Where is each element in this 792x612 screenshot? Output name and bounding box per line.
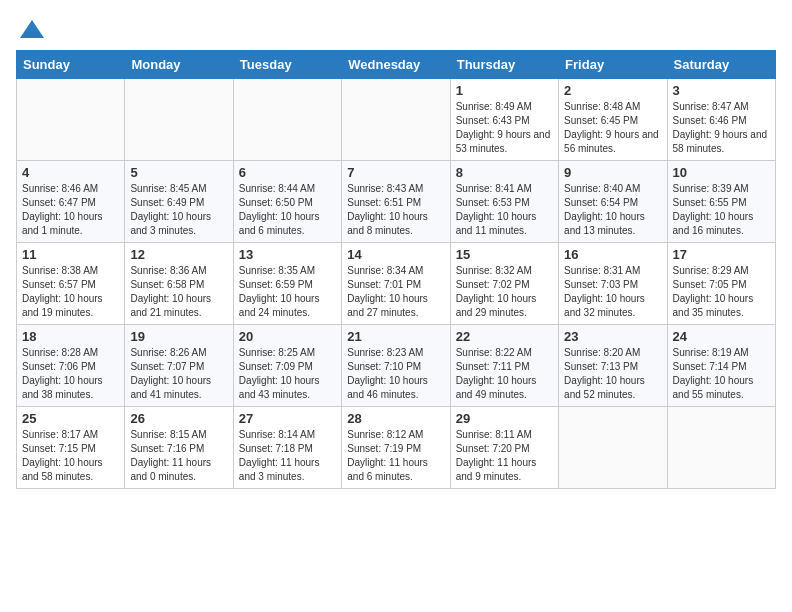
day-info: Sunrise: 8:12 AM Sunset: 7:19 PM Dayligh… <box>347 428 444 484</box>
day-info: Sunrise: 8:19 AM Sunset: 7:14 PM Dayligh… <box>673 346 770 402</box>
day-cell: 7Sunrise: 8:43 AM Sunset: 6:51 PM Daylig… <box>342 161 450 243</box>
day-cell: 20Sunrise: 8:25 AM Sunset: 7:09 PM Dayli… <box>233 325 341 407</box>
day-number: 25 <box>22 411 119 426</box>
day-info: Sunrise: 8:14 AM Sunset: 7:18 PM Dayligh… <box>239 428 336 484</box>
day-info: Sunrise: 8:44 AM Sunset: 6:50 PM Dayligh… <box>239 182 336 238</box>
day-info: Sunrise: 8:20 AM Sunset: 7:13 PM Dayligh… <box>564 346 661 402</box>
weekday-header-tuesday: Tuesday <box>233 51 341 79</box>
day-info: Sunrise: 8:29 AM Sunset: 7:05 PM Dayligh… <box>673 264 770 320</box>
day-info: Sunrise: 8:23 AM Sunset: 7:10 PM Dayligh… <box>347 346 444 402</box>
day-number: 4 <box>22 165 119 180</box>
logo-icon <box>18 16 46 44</box>
day-info: Sunrise: 8:38 AM Sunset: 6:57 PM Dayligh… <box>22 264 119 320</box>
weekday-header-wednesday: Wednesday <box>342 51 450 79</box>
header <box>16 16 776 40</box>
day-info: Sunrise: 8:39 AM Sunset: 6:55 PM Dayligh… <box>673 182 770 238</box>
day-info: Sunrise: 8:15 AM Sunset: 7:16 PM Dayligh… <box>130 428 227 484</box>
day-number: 26 <box>130 411 227 426</box>
day-cell <box>233 79 341 161</box>
weekday-header-monday: Monday <box>125 51 233 79</box>
day-cell: 5Sunrise: 8:45 AM Sunset: 6:49 PM Daylig… <box>125 161 233 243</box>
day-cell: 23Sunrise: 8:20 AM Sunset: 7:13 PM Dayli… <box>559 325 667 407</box>
day-number: 11 <box>22 247 119 262</box>
weekday-header-sunday: Sunday <box>17 51 125 79</box>
day-cell: 28Sunrise: 8:12 AM Sunset: 7:19 PM Dayli… <box>342 407 450 489</box>
day-info: Sunrise: 8:43 AM Sunset: 6:51 PM Dayligh… <box>347 182 444 238</box>
day-number: 27 <box>239 411 336 426</box>
day-info: Sunrise: 8:47 AM Sunset: 6:46 PM Dayligh… <box>673 100 770 156</box>
day-info: Sunrise: 8:49 AM Sunset: 6:43 PM Dayligh… <box>456 100 553 156</box>
day-cell: 6Sunrise: 8:44 AM Sunset: 6:50 PM Daylig… <box>233 161 341 243</box>
day-cell: 26Sunrise: 8:15 AM Sunset: 7:16 PM Dayli… <box>125 407 233 489</box>
logo <box>16 16 46 40</box>
day-cell <box>125 79 233 161</box>
day-cell: 24Sunrise: 8:19 AM Sunset: 7:14 PM Dayli… <box>667 325 775 407</box>
weekday-header-saturday: Saturday <box>667 51 775 79</box>
day-cell: 11Sunrise: 8:38 AM Sunset: 6:57 PM Dayli… <box>17 243 125 325</box>
day-number: 23 <box>564 329 661 344</box>
day-cell: 12Sunrise: 8:36 AM Sunset: 6:58 PM Dayli… <box>125 243 233 325</box>
day-info: Sunrise: 8:32 AM Sunset: 7:02 PM Dayligh… <box>456 264 553 320</box>
day-info: Sunrise: 8:48 AM Sunset: 6:45 PM Dayligh… <box>564 100 661 156</box>
day-number: 8 <box>456 165 553 180</box>
page: SundayMondayTuesdayWednesdayThursdayFrid… <box>0 0 792 497</box>
day-cell: 8Sunrise: 8:41 AM Sunset: 6:53 PM Daylig… <box>450 161 558 243</box>
day-info: Sunrise: 8:17 AM Sunset: 7:15 PM Dayligh… <box>22 428 119 484</box>
day-cell <box>342 79 450 161</box>
day-number: 2 <box>564 83 661 98</box>
day-info: Sunrise: 8:45 AM Sunset: 6:49 PM Dayligh… <box>130 182 227 238</box>
week-row-5: 25Sunrise: 8:17 AM Sunset: 7:15 PM Dayli… <box>17 407 776 489</box>
day-cell: 17Sunrise: 8:29 AM Sunset: 7:05 PM Dayli… <box>667 243 775 325</box>
day-number: 10 <box>673 165 770 180</box>
day-info: Sunrise: 8:22 AM Sunset: 7:11 PM Dayligh… <box>456 346 553 402</box>
week-row-2: 4Sunrise: 8:46 AM Sunset: 6:47 PM Daylig… <box>17 161 776 243</box>
day-cell: 9Sunrise: 8:40 AM Sunset: 6:54 PM Daylig… <box>559 161 667 243</box>
day-number: 18 <box>22 329 119 344</box>
day-number: 1 <box>456 83 553 98</box>
day-number: 9 <box>564 165 661 180</box>
weekday-header-thursday: Thursday <box>450 51 558 79</box>
day-info: Sunrise: 8:41 AM Sunset: 6:53 PM Dayligh… <box>456 182 553 238</box>
day-info: Sunrise: 8:34 AM Sunset: 7:01 PM Dayligh… <box>347 264 444 320</box>
day-number: 20 <box>239 329 336 344</box>
day-number: 22 <box>456 329 553 344</box>
day-number: 19 <box>130 329 227 344</box>
svg-marker-0 <box>20 20 44 38</box>
day-info: Sunrise: 8:31 AM Sunset: 7:03 PM Dayligh… <box>564 264 661 320</box>
day-number: 13 <box>239 247 336 262</box>
day-info: Sunrise: 8:46 AM Sunset: 6:47 PM Dayligh… <box>22 182 119 238</box>
day-number: 21 <box>347 329 444 344</box>
week-row-4: 18Sunrise: 8:28 AM Sunset: 7:06 PM Dayli… <box>17 325 776 407</box>
day-info: Sunrise: 8:26 AM Sunset: 7:07 PM Dayligh… <box>130 346 227 402</box>
day-number: 6 <box>239 165 336 180</box>
day-number: 17 <box>673 247 770 262</box>
day-info: Sunrise: 8:35 AM Sunset: 6:59 PM Dayligh… <box>239 264 336 320</box>
day-cell: 13Sunrise: 8:35 AM Sunset: 6:59 PM Dayli… <box>233 243 341 325</box>
calendar-table: SundayMondayTuesdayWednesdayThursdayFrid… <box>16 50 776 489</box>
day-info: Sunrise: 8:25 AM Sunset: 7:09 PM Dayligh… <box>239 346 336 402</box>
day-info: Sunrise: 8:11 AM Sunset: 7:20 PM Dayligh… <box>456 428 553 484</box>
day-info: Sunrise: 8:28 AM Sunset: 7:06 PM Dayligh… <box>22 346 119 402</box>
day-cell: 16Sunrise: 8:31 AM Sunset: 7:03 PM Dayli… <box>559 243 667 325</box>
day-cell: 22Sunrise: 8:22 AM Sunset: 7:11 PM Dayli… <box>450 325 558 407</box>
day-number: 14 <box>347 247 444 262</box>
day-cell: 15Sunrise: 8:32 AM Sunset: 7:02 PM Dayli… <box>450 243 558 325</box>
day-cell: 10Sunrise: 8:39 AM Sunset: 6:55 PM Dayli… <box>667 161 775 243</box>
day-cell: 1Sunrise: 8:49 AM Sunset: 6:43 PM Daylig… <box>450 79 558 161</box>
weekday-header-friday: Friday <box>559 51 667 79</box>
day-cell <box>17 79 125 161</box>
day-cell: 29Sunrise: 8:11 AM Sunset: 7:20 PM Dayli… <box>450 407 558 489</box>
day-cell: 19Sunrise: 8:26 AM Sunset: 7:07 PM Dayli… <box>125 325 233 407</box>
day-number: 12 <box>130 247 227 262</box>
day-cell: 14Sunrise: 8:34 AM Sunset: 7:01 PM Dayli… <box>342 243 450 325</box>
week-row-1: 1Sunrise: 8:49 AM Sunset: 6:43 PM Daylig… <box>17 79 776 161</box>
day-cell: 21Sunrise: 8:23 AM Sunset: 7:10 PM Dayli… <box>342 325 450 407</box>
day-info: Sunrise: 8:36 AM Sunset: 6:58 PM Dayligh… <box>130 264 227 320</box>
day-number: 29 <box>456 411 553 426</box>
day-cell: 18Sunrise: 8:28 AM Sunset: 7:06 PM Dayli… <box>17 325 125 407</box>
day-number: 28 <box>347 411 444 426</box>
day-number: 16 <box>564 247 661 262</box>
day-cell <box>559 407 667 489</box>
day-number: 7 <box>347 165 444 180</box>
day-info: Sunrise: 8:40 AM Sunset: 6:54 PM Dayligh… <box>564 182 661 238</box>
